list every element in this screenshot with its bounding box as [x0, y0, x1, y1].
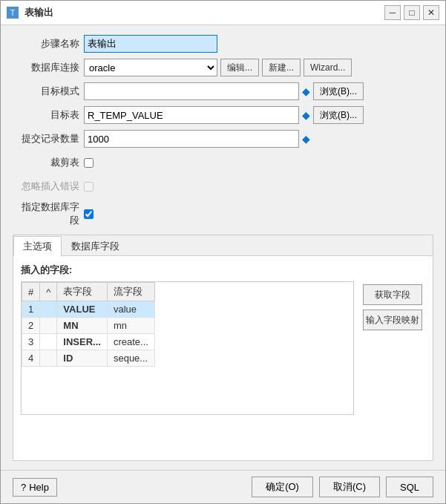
- window-icon: T: [7, 7, 19, 19]
- target-schema-label: 目标模式: [13, 85, 79, 98]
- cancel-button[interactable]: 取消(C): [319, 477, 380, 497]
- row-sort: [40, 318, 57, 334]
- title-bar: T 表输出 ─ □ ✕: [1, 1, 445, 25]
- row-table-field: ID: [57, 350, 108, 367]
- row-stream-field: value: [107, 301, 154, 318]
- row-stream-field: seque...: [107, 350, 154, 367]
- help-button[interactable]: ? Help: [13, 478, 57, 497]
- specify-fields-checkbox[interactable]: [84, 209, 94, 219]
- help-label: Help: [29, 482, 49, 493]
- truncate-table-row: 裁剪表: [13, 153, 433, 172]
- form-content: 步骤名称 数据库连接 oracle 编辑... 新建... Wizard... …: [1, 25, 445, 470]
- tab-main-content: 插入的字段: # ^ 表字段 流字段: [13, 256, 433, 460]
- commit-count-label: 提交记录数量: [13, 132, 79, 145]
- col-header-table-field: 表字段: [57, 283, 108, 301]
- target-schema-row: 目标模式 ◆ 浏览(B)...: [13, 82, 433, 101]
- table-row[interactable]: 2 MN mn: [22, 318, 155, 334]
- target-table-row: 目标表 ◆ 浏览(B)...: [13, 105, 433, 125]
- close-button[interactable]: ✕: [423, 5, 439, 20]
- specify-fields-label: 指定数据库字段: [13, 200, 79, 227]
- specify-fields-row: 指定数据库字段: [13, 200, 433, 227]
- step-name-label: 步骤名称: [13, 37, 79, 50]
- minimize-button[interactable]: ─: [384, 5, 401, 20]
- sql-button[interactable]: SQL: [386, 477, 433, 497]
- fields-table: # ^ 表字段 流字段 1 VALUE value 2 MN mn 3: [22, 282, 155, 367]
- row-stream-field: create...: [107, 334, 154, 350]
- db-connection-label: 数据库连接: [13, 61, 79, 74]
- db-connection-row: 数据库连接 oracle 编辑... 新建... Wizard...: [13, 58, 433, 77]
- row-num: 4: [22, 350, 40, 367]
- wizard-button[interactable]: Wizard...: [304, 59, 352, 76]
- tabs-header: 主选项 数据库字段: [13, 235, 433, 256]
- title-bar-controls: ─ □ ✕: [384, 5, 439, 20]
- target-table-controls: ◆ 浏览(B)...: [84, 106, 364, 124]
- db-connection-select[interactable]: oracle: [84, 59, 217, 76]
- fields-area: # ^ 表字段 流字段 1 VALUE value 2 MN mn 3: [21, 281, 425, 415]
- row-sort: [40, 334, 57, 350]
- row-num: 2: [22, 318, 40, 334]
- row-table-field: MN: [57, 318, 108, 334]
- new-button[interactable]: 新建...: [262, 59, 301, 76]
- col-header-sort: ^: [40, 283, 57, 301]
- db-connection-controls: oracle 编辑... 新建... Wizard...: [84, 59, 352, 76]
- edit-button[interactable]: 编辑...: [220, 59, 259, 76]
- col-header-num: #: [22, 283, 40, 301]
- ignore-errors-checkbox: [84, 182, 94, 192]
- fields-table-wrapper: # ^ 表字段 流字段 1 VALUE value 2 MN mn 3: [21, 281, 354, 415]
- target-schema-controls: ◆ 浏览(B)...: [84, 82, 364, 100]
- ignore-errors-label: 忽略插入错误: [13, 180, 79, 193]
- truncate-table-checkbox[interactable]: [84, 158, 94, 168]
- table-row[interactable]: 3 INSER... create...: [22, 334, 155, 350]
- target-table-label: 目标表: [13, 108, 79, 122]
- row-sort: [40, 350, 57, 367]
- browse-table-button[interactable]: 浏览(B)...: [313, 106, 364, 124]
- row-num: 1: [22, 301, 40, 318]
- target-table-input[interactable]: [84, 106, 299, 124]
- schema-diamond-icon: ◆: [302, 85, 310, 97]
- ok-button[interactable]: 确定(O): [252, 477, 313, 497]
- field-action-buttons: 获取字段 输入字段映射: [360, 281, 425, 415]
- row-table-field: INSER...: [57, 334, 108, 350]
- truncate-table-label: 裁剪表: [13, 156, 79, 169]
- maximize-button[interactable]: □: [404, 5, 420, 20]
- commit-count-controls: ◆: [84, 130, 310, 148]
- window-title: 表输出: [24, 6, 384, 19]
- main-window: T 表输出 ─ □ ✕ 步骤名称 数据库连接 oracle 编辑... 新建..…: [0, 0, 446, 504]
- step-name-input[interactable]: [84, 35, 217, 53]
- commit-diamond-icon: ◆: [302, 133, 310, 145]
- footer-right-buttons: 确定(O) 取消(C) SQL: [252, 477, 433, 497]
- table-diamond-icon: ◆: [302, 109, 310, 121]
- tab-db-fields[interactable]: 数据库字段: [62, 236, 129, 256]
- row-sort: [40, 301, 57, 318]
- table-row[interactable]: 4 ID seque...: [22, 350, 155, 367]
- footer: ? Help 确定(O) 取消(C) SQL: [1, 470, 445, 503]
- browse-schema-button[interactable]: 浏览(B)...: [313, 82, 364, 100]
- tab-main[interactable]: 主选项: [13, 236, 62, 256]
- tabs-container: 主选项 数据库字段 插入的字段: # ^ 表字段 流字段: [13, 235, 433, 461]
- commit-count-row: 提交记录数量 ◆: [13, 129, 433, 148]
- col-header-stream-field: 流字段: [107, 283, 154, 301]
- get-fields-button[interactable]: 获取字段: [363, 284, 422, 305]
- row-stream-field: mn: [107, 318, 154, 334]
- row-num: 3: [22, 334, 40, 350]
- commit-count-input[interactable]: [84, 130, 299, 148]
- input-field-map-button[interactable]: 输入字段映射: [363, 310, 422, 330]
- fields-section-title: 插入的字段:: [21, 264, 425, 277]
- table-row[interactable]: 1 VALUE value: [22, 301, 155, 318]
- ignore-errors-row: 忽略插入错误: [13, 177, 433, 196]
- row-table-field: VALUE: [57, 301, 108, 318]
- step-name-row: 步骤名称: [13, 34, 433, 53]
- target-schema-input[interactable]: [84, 82, 299, 100]
- help-icon: ?: [21, 482, 26, 493]
